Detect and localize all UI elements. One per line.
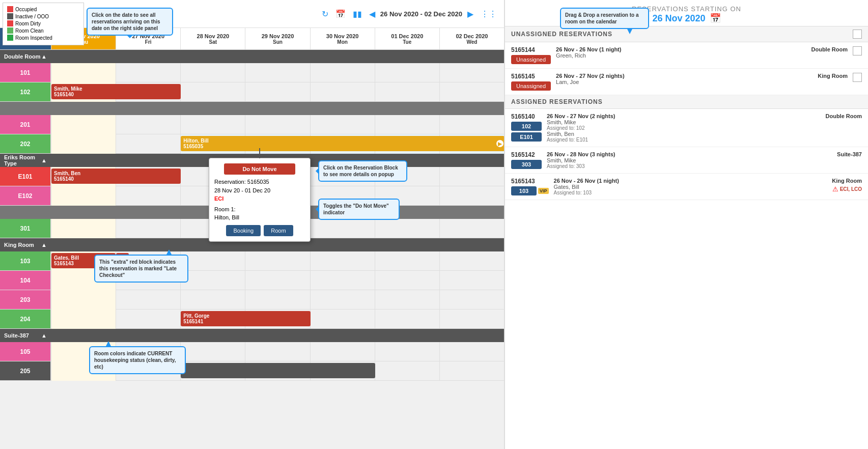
cell-101-3[interactable] (245, 63, 310, 82)
prev-button[interactable]: ◀ (367, 8, 377, 20)
cell-101-0[interactable] (51, 63, 116, 82)
cell-201-4[interactable] (310, 115, 375, 134)
cell-102-0[interactable]: Smith, Mike 5165140 (51, 82, 116, 102)
cell-104-5[interactable] (375, 271, 439, 290)
cell-204-6[interactable] (439, 310, 504, 329)
cell-205-2[interactable] (180, 361, 245, 381)
right-panel-header: RESERVATIONS STARTING ON 26 Nov 2020 📅 (505, 0, 868, 26)
cell-202-1[interactable] (116, 134, 180, 154)
day-header-4[interactable]: 30 Nov 2020 Mon (310, 28, 375, 49)
cell-105-6[interactable] (439, 342, 504, 361)
cell-e101-6[interactable] (439, 167, 504, 186)
callout-late-checkout: This "extra" red block indicates this re… (94, 255, 188, 283)
cell-103-6[interactable] (439, 251, 504, 271)
cell-201-0[interactable] (51, 115, 116, 134)
cell-201-6[interactable] (439, 115, 504, 134)
cell-301-5[interactable] (375, 219, 439, 238)
cell-201-2[interactable] (180, 115, 245, 134)
cell-205-5[interactable] (375, 361, 439, 381)
cell-204-1[interactable] (116, 310, 180, 329)
cell-204-2[interactable]: Pitt, Gorge 5165141 (180, 310, 245, 329)
cell-105-3[interactable] (245, 342, 310, 361)
cell-105-2[interactable] (180, 342, 245, 361)
cell-101-5[interactable] (375, 63, 439, 82)
cell-205-6[interactable] (439, 361, 504, 381)
cell-301-1[interactable] (116, 219, 180, 238)
calendar-button[interactable]: 📅 (333, 8, 348, 20)
reservation-5165140-102[interactable]: Smith, Mike 5165140 (51, 84, 181, 99)
assigned-to-103: Assigned to: 103 (554, 190, 827, 195)
cell-104-6[interactable] (439, 271, 504, 290)
grid-button[interactable]: ⋮⋮ (479, 8, 499, 20)
cell-202-2[interactable]: Hilton, Bill 5165035 ▶ (180, 134, 245, 154)
reservation-inactive-205[interactable] (181, 363, 375, 378)
do-not-move-button[interactable]: Do Not Move (224, 163, 295, 175)
room-badge-303[interactable]: 303 (511, 160, 542, 169)
day-header-6[interactable]: 02 Dec 2020 Wed (439, 28, 504, 49)
popup-booking-button[interactable]: Booking (226, 225, 261, 236)
room-label-101: 101 (0, 63, 51, 82)
cell-103-4[interactable] (310, 251, 375, 271)
room-badge-102[interactable]: 102 (511, 122, 542, 131)
cell-203-2[interactable] (180, 290, 245, 310)
refresh-button[interactable]: ↻ (320, 8, 330, 20)
day-header-3[interactable]: 29 Nov 2020 Sun (245, 28, 310, 49)
cell-101-6[interactable] (439, 63, 504, 82)
room-badge-e101[interactable]: E101 (511, 132, 542, 142)
cell-203-6[interactable] (439, 290, 504, 310)
cell-103-5[interactable] (375, 251, 439, 271)
cell-102-3[interactable] (245, 82, 310, 102)
cell-301-6[interactable] (439, 219, 504, 238)
cell-e102-1[interactable] (116, 186, 180, 206)
unassigned-btn-5165145[interactable]: Unassigned (511, 81, 551, 91)
cell-203-0[interactable] (51, 290, 116, 310)
cell-204-5[interactable] (375, 310, 439, 329)
day-header-5[interactable]: 01 Dec 2020 Tue (375, 28, 439, 49)
day-header-2[interactable]: 28 Nov 2020 Sat (180, 28, 245, 49)
cell-102-5[interactable] (375, 82, 439, 102)
cell-204-0[interactable] (51, 310, 116, 329)
cell-e102-0[interactable] (51, 186, 116, 206)
cell-301-0[interactable] (51, 219, 116, 238)
cell-203-5[interactable] (375, 290, 439, 310)
unassigned-btn-5165144[interactable]: Unassigned (511, 55, 551, 64)
cell-103-2[interactable] (180, 251, 245, 271)
cell-102-2[interactable] (180, 82, 245, 102)
cell-203-3[interactable] (245, 290, 310, 310)
room-label-102: 102 (0, 82, 51, 101)
cell-102-6[interactable] (439, 82, 504, 102)
cell-102-4[interactable] (310, 82, 375, 102)
home-button[interactable]: ▮▮ (351, 8, 364, 20)
popup-room-button[interactable]: Room (264, 225, 293, 236)
cell-201-1[interactable] (116, 115, 180, 134)
cell-201-3[interactable] (245, 115, 310, 134)
cell-101-1[interactable] (116, 63, 180, 82)
checkbox-5165145[interactable] (853, 73, 862, 82)
unassigned-select-all-checkbox[interactable] (853, 30, 862, 39)
cell-103-3[interactable] (245, 251, 310, 271)
cell-203-4[interactable] (310, 290, 375, 310)
cell-203-1[interactable] (116, 290, 180, 310)
res-room-type-5165142: Suite-387 (837, 151, 862, 157)
reservation-5165035-202[interactable]: Hilton, Bill 5165035 ▶ (181, 136, 504, 151)
cell-e102-6[interactable] (439, 186, 504, 206)
cell-105-4[interactable] (310, 342, 375, 361)
reservation-5165140-e101[interactable]: Smith, Ben 5165140 (51, 169, 181, 184)
checkbox-5165144[interactable] (853, 46, 862, 55)
next-button[interactable]: ▶ (465, 8, 475, 20)
cell-105-5[interactable] (375, 342, 439, 361)
room-badge-103[interactable]: 103 (511, 186, 537, 195)
cell-201-5[interactable] (375, 115, 439, 134)
cell-204-4[interactable] (310, 310, 375, 329)
calendar-icon[interactable]: 📅 (710, 13, 721, 24)
res-guest-5165145: Lam, Joe (556, 79, 813, 85)
cell-101-2[interactable] (180, 63, 245, 82)
cell-301-4[interactable] (310, 219, 375, 238)
cell-e101-0[interactable]: Smith, Ben 5165140 (51, 167, 116, 186)
cell-104-3[interactable] (245, 271, 310, 290)
cell-202-0[interactable] (51, 134, 116, 154)
cell-104-2[interactable] (180, 271, 245, 290)
cell-101-4[interactable] (310, 63, 375, 82)
reservation-5165141-204[interactable]: Pitt, Gorge 5165141 (181, 311, 310, 326)
cell-104-4[interactable] (310, 271, 375, 290)
